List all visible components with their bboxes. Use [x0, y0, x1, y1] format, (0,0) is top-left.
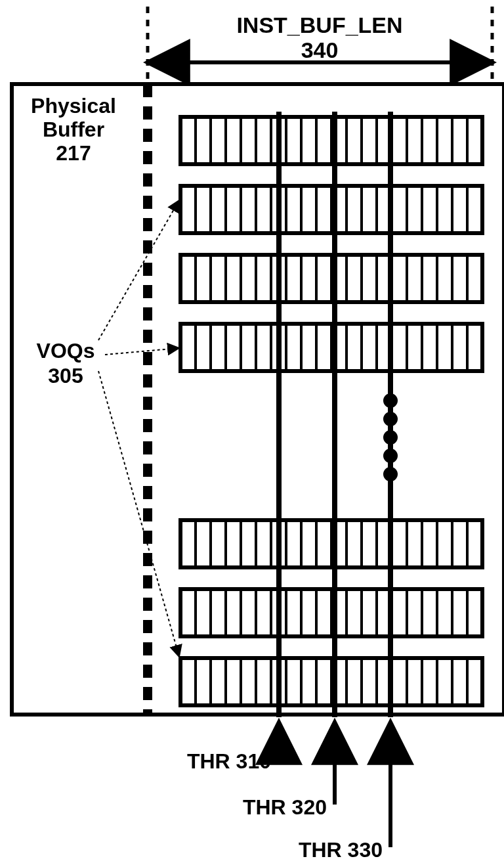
voq-row-5 [180, 520, 482, 567]
voqs-label-2: 305 [48, 364, 83, 387]
physical-buffer-label-1: Physical [31, 94, 116, 118]
voqs-label-1: VOQs [37, 339, 95, 363]
voq-row-7 [180, 658, 482, 705]
inst-buf-len-label-1: INST_BUF_LEN [236, 12, 402, 37]
diagram: INST_BUF_LEN 340 Physical Buffer 217 VOQ… [0, 0, 504, 861]
thr-310-label: THR 310 [187, 749, 271, 773]
voq-row-4 [180, 324, 482, 371]
thr-330-label: THR 330 [299, 838, 383, 861]
voq-row-3 [180, 255, 482, 302]
voq-row-1 [180, 117, 482, 164]
voq-row-2 [180, 186, 482, 233]
voq-row-6 [180, 589, 482, 636]
physical-buffer-label-2: Buffer [43, 118, 104, 141]
voq-callout-mid [105, 348, 179, 355]
inst-buf-len-label-2: 340 [301, 37, 339, 62]
thr-320-label: THR 320 [243, 795, 327, 819]
physical-buffer-label-3: 217 [56, 141, 91, 165]
voq-callout-up [98, 200, 179, 340]
voq-callout-down [98, 371, 179, 657]
